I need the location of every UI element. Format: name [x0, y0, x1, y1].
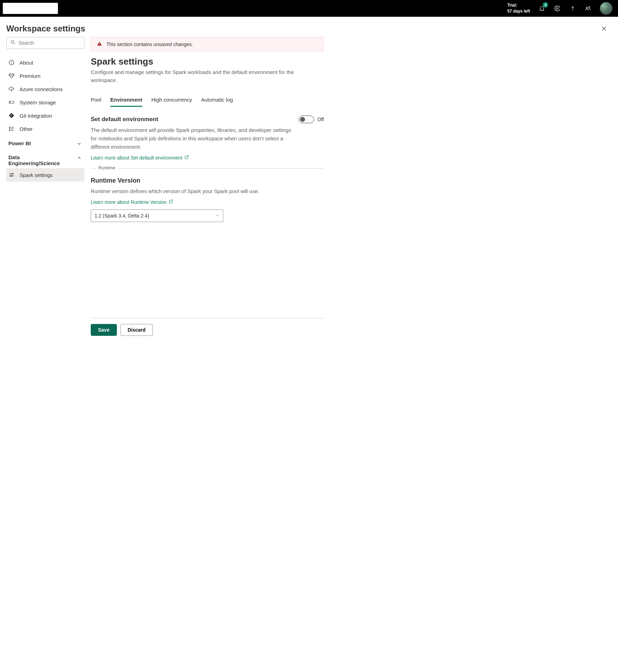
sidebar-section-powerbi[interactable]: Power BI — [6, 135, 84, 149]
select-value: 1.2 (Spark 3.4, Delta 2.4) — [95, 213, 149, 219]
notifications-icon[interactable]: 4 — [538, 5, 545, 12]
sidebar-section-label: Power BI — [8, 140, 31, 146]
avatar[interactable] — [600, 2, 612, 15]
cloud-icon — [8, 86, 15, 92]
svg-point-11 — [9, 127, 10, 127]
sidebar-item-label: Other — [20, 126, 33, 132]
svg-point-6 — [12, 61, 12, 62]
list-icon — [8, 126, 15, 132]
link-text: Learn more about Set default environment — [91, 155, 182, 161]
search-icon — [10, 39, 16, 46]
external-link-icon — [184, 155, 189, 161]
spark-settings-desc: Configure and manage settings for Spark … — [91, 68, 300, 84]
save-button[interactable]: Save — [91, 324, 117, 336]
runtime-version-desc: Runtime version defines which version of… — [91, 187, 293, 195]
runtime-version-select[interactable]: 1.2 (Spark 3.4, Delta 2.4) — [91, 209, 223, 222]
svg-point-8 — [10, 102, 11, 103]
trial-info: Trial: 57 days left — [507, 2, 530, 14]
help-icon[interactable] — [569, 5, 576, 12]
sidebar-section-datasci[interactable]: Data Engineering/Science — [6, 149, 84, 168]
sidebar-item-premium[interactable]: Premium — [6, 69, 84, 82]
sidebar-item-label: System storage — [20, 99, 56, 105]
page-title: Workspace settings — [6, 24, 85, 34]
sidebar-item-other[interactable]: Other — [6, 122, 84, 135]
people-icon[interactable] — [585, 5, 591, 12]
sidebar-item-git[interactable]: Git integration — [6, 109, 84, 122]
svg-point-0 — [557, 8, 558, 9]
trial-days: 57 days left — [507, 8, 530, 14]
sidebar-item-label: Spark settings — [20, 172, 53, 178]
toggle-state-label: Off — [318, 117, 324, 122]
sidebar-item-label: About — [20, 60, 33, 66]
chevron-up-icon — [77, 155, 82, 161]
storage-icon — [8, 99, 15, 105]
svg-point-4 — [11, 40, 14, 43]
chevron-down-icon — [77, 141, 82, 147]
banner-text: This section contains unsaved changes. — [106, 42, 193, 47]
svg-point-15 — [10, 176, 12, 177]
link-text: Learn more about Runtime Version — [91, 199, 166, 205]
sidebar-item-label: Premium — [20, 73, 40, 79]
sidebar-item-label: Azure connections — [20, 86, 62, 92]
unsaved-changes-banner: This section contains unsaved changes. — [91, 37, 324, 51]
topbar: Trial: 57 days left 4 — [0, 0, 618, 17]
search-input[interactable] — [18, 40, 81, 46]
svg-point-12 — [9, 128, 10, 129]
tab-high-concurrency[interactable]: High concurrency — [151, 94, 192, 107]
tab-environment[interactable]: Environment — [110, 94, 142, 107]
info-icon — [8, 59, 15, 66]
search-input-wrapper[interactable] — [6, 37, 84, 49]
default-env-title: Set default environment — [91, 116, 158, 123]
sidebar: About Premium Azure connections System s… — [6, 37, 84, 344]
chevron-down-icon — [215, 213, 219, 219]
tab-pool[interactable]: Pool — [91, 94, 101, 107]
gear-icon[interactable] — [554, 5, 561, 12]
git-icon — [8, 112, 15, 119]
svg-point-1 — [573, 10, 573, 10]
svg-point-14 — [12, 173, 13, 175]
tabs: Pool Environment High concurrency Automa… — [91, 94, 324, 107]
diamond-icon — [8, 73, 15, 79]
sliders-icon — [8, 172, 15, 178]
svg-point-3 — [589, 6, 590, 8]
runtime-learn-more-link[interactable]: Learn more about Runtime Version — [91, 199, 173, 205]
sidebar-item-storage[interactable]: System storage — [6, 96, 84, 109]
tab-automatic-log[interactable]: Automatic log — [201, 94, 233, 107]
spark-settings-title: Spark settings — [91, 56, 324, 67]
warning-icon — [97, 41, 102, 47]
trial-label: Trial: — [507, 2, 530, 8]
sidebar-item-label: Git integration — [20, 113, 52, 119]
topbar-search-box[interactable] — [3, 3, 58, 14]
external-link-icon — [169, 199, 173, 205]
sidebar-section-label: Data Engineering/Science — [8, 154, 61, 166]
svg-point-13 — [9, 130, 10, 131]
svg-point-2 — [586, 7, 588, 9]
runtime-legend: Runtime — [96, 165, 118, 170]
default-env-desc: The default environment will provide Spa… — [91, 126, 293, 151]
runtime-version-title: Runtime Version — [91, 177, 324, 184]
default-env-learn-more-link[interactable]: Learn more about Set default environment — [91, 155, 324, 161]
close-button[interactable] — [598, 23, 610, 34]
sidebar-item-azure[interactable]: Azure connections — [6, 82, 84, 96]
default-env-toggle[interactable] — [299, 116, 314, 123]
sidebar-item-about[interactable]: About — [6, 56, 84, 69]
sidebar-item-spark-settings[interactable]: Spark settings — [6, 168, 84, 182]
discard-button[interactable]: Discard — [120, 324, 153, 336]
notification-badge: 4 — [543, 2, 548, 8]
